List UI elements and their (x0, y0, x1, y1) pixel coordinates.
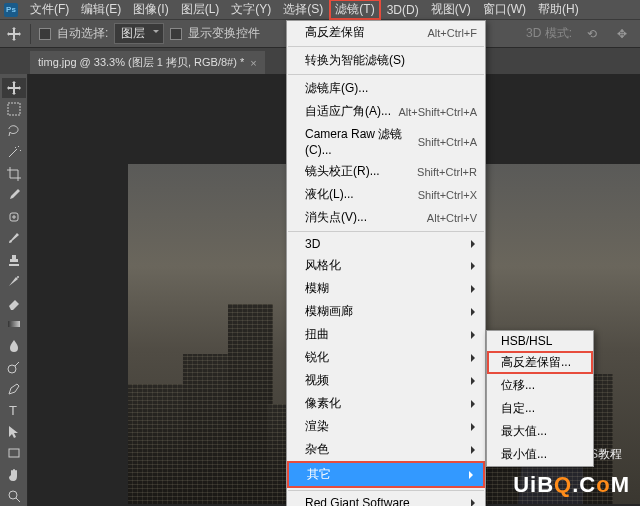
menu-blur[interactable]: 模糊 (287, 277, 485, 300)
svg-rect-3 (8, 321, 20, 327)
tool-type[interactable]: T (2, 401, 26, 421)
menu-type[interactable]: 文字(Y) (225, 0, 277, 20)
chevron-right-icon (471, 446, 479, 454)
separator (288, 46, 484, 47)
tool-eraser[interactable] (2, 293, 26, 313)
tool-shape[interactable] (2, 444, 26, 464)
menu-vanishing-point[interactable]: 消失点(V)...Alt+Ctrl+V (287, 206, 485, 229)
svg-rect-0 (8, 103, 20, 115)
tool-wand[interactable] (2, 143, 26, 163)
filter-dropdown-menu: 高反差保留 Alt+Ctrl+F 转换为智能滤镜(S) 滤镜库(G)... 自适… (286, 20, 486, 506)
tool-crop[interactable] (2, 164, 26, 184)
chevron-right-icon (471, 331, 479, 339)
menu-stylize[interactable]: 风格化 (287, 254, 485, 277)
chevron-right-icon (471, 377, 479, 385)
tool-gradient[interactable] (2, 315, 26, 335)
menu-window[interactable]: 窗口(W) (477, 0, 532, 20)
tool-marquee[interactable] (2, 100, 26, 120)
svg-point-2 (17, 276, 19, 278)
tool-blur[interactable] (2, 336, 26, 356)
menu-lens-correction[interactable]: 镜头校正(R)...Shift+Ctrl+R (287, 160, 485, 183)
separator (288, 231, 484, 232)
watermark-site: UiBQ.CoM (513, 472, 630, 498)
pan-3d-icon[interactable]: ✥ (612, 24, 632, 44)
tool-brush[interactable] (2, 229, 26, 249)
svg-text:T: T (9, 403, 17, 418)
chevron-right-icon (471, 285, 479, 293)
chevron-right-icon (469, 471, 477, 479)
menu-pixelate[interactable]: 像素化 (287, 392, 485, 415)
chevron-right-icon (471, 499, 479, 506)
menu-help[interactable]: 帮助(H) (532, 0, 585, 20)
menu-video[interactable]: 视频 (287, 369, 485, 392)
tool-eyedropper[interactable] (2, 186, 26, 206)
menu-3d[interactable]: 3D(D) (381, 1, 425, 19)
separator (288, 490, 484, 491)
submenu-maximum[interactable]: 最大值... (487, 420, 593, 443)
tool-panel: T (0, 74, 28, 506)
submenu-high-pass[interactable]: 高反差保留... (487, 351, 593, 374)
chevron-right-icon (471, 240, 479, 248)
submenu-hsb-hsl[interactable]: HSB/HSL (487, 331, 593, 351)
menu-other[interactable]: 其它 (287, 461, 485, 488)
auto-select-checkbox[interactable] (39, 28, 51, 40)
menu-3d-filters[interactable]: 3D (287, 234, 485, 254)
submenu-minimum[interactable]: 最小值... (487, 443, 593, 466)
tool-history-brush[interactable] (2, 272, 26, 292)
tool-pen[interactable] (2, 379, 26, 399)
separator (288, 74, 484, 75)
show-transform-label: 显示变换控件 (188, 25, 260, 42)
svg-rect-6 (9, 449, 19, 457)
app-logo: Ps (4, 3, 18, 17)
tool-dodge[interactable] (2, 358, 26, 378)
chevron-right-icon (471, 354, 479, 362)
tool-hand[interactable] (2, 465, 26, 485)
close-icon[interactable]: × (250, 57, 256, 69)
tool-zoom[interactable] (2, 487, 26, 507)
tool-path-select[interactable] (2, 422, 26, 442)
document-tab[interactable]: timg.jpg @ 33.3% (图层 1 拷贝, RGB/8#) * × (30, 51, 265, 74)
submenu-custom[interactable]: 自定... (487, 397, 593, 420)
menubar: Ps 文件(F) 编辑(E) 图像(I) 图层(L) 文字(Y) 选择(S) 滤… (0, 0, 640, 20)
chevron-right-icon (471, 262, 479, 270)
auto-select-label: 自动选择: (57, 25, 108, 42)
menu-edit[interactable]: 编辑(E) (75, 0, 127, 20)
menu-liquify[interactable]: 液化(L)...Shift+Ctrl+X (287, 183, 485, 206)
menu-sharpen[interactable]: 锐化 (287, 346, 485, 369)
menu-filter[interactable]: 滤镜(T) (329, 0, 380, 20)
tool-move[interactable] (2, 78, 26, 98)
svg-point-4 (8, 365, 16, 373)
layer-type-dropdown[interactable]: 图层 (114, 23, 164, 44)
menu-filter-gallery[interactable]: 滤镜库(G)... (287, 77, 485, 100)
menu-distort[interactable]: 扭曲 (287, 323, 485, 346)
svg-point-7 (9, 491, 17, 499)
menu-image[interactable]: 图像(I) (127, 0, 174, 20)
other-submenu: HSB/HSL 高反差保留... 位移... 自定... 最大值... 最小值.… (486, 330, 594, 467)
orbit-3d-icon[interactable]: ⟲ (582, 24, 602, 44)
toolbar-right: 3D 模式: ⟲ ✥ (526, 24, 640, 44)
menu-select[interactable]: 选择(S) (277, 0, 329, 20)
tab-title: timg.jpg @ 33.3% (图层 1 拷贝, RGB/8#) * (38, 55, 244, 70)
tool-lasso[interactable] (2, 121, 26, 141)
menu-file[interactable]: 文件(F) (24, 0, 75, 20)
move-tool-icon (6, 26, 22, 42)
menu-convert-smart[interactable]: 转换为智能滤镜(S) (287, 49, 485, 72)
menu-layer[interactable]: 图层(L) (175, 0, 226, 20)
menu-last-filter[interactable]: 高反差保留 Alt+Ctrl+F (287, 21, 485, 44)
separator (30, 24, 31, 44)
menu-camera-raw[interactable]: Camera Raw 滤镜(C)...Shift+Ctrl+A (287, 123, 485, 160)
menu-render[interactable]: 渲染 (287, 415, 485, 438)
mode-3d-label: 3D 模式: (526, 25, 572, 42)
submenu-offset[interactable]: 位移... (487, 374, 593, 397)
menu-blur-gallery[interactable]: 模糊画廊 (287, 300, 485, 323)
menu-view[interactable]: 视图(V) (425, 0, 477, 20)
menu-noise[interactable]: 杂色 (287, 438, 485, 461)
menu-red-giant[interactable]: Red Giant Software (287, 493, 485, 506)
chevron-right-icon (471, 308, 479, 316)
tool-heal[interactable] (2, 207, 26, 227)
menu-adaptive-wide[interactable]: 自适应广角(A)...Alt+Shift+Ctrl+A (287, 100, 485, 123)
show-transform-checkbox[interactable] (170, 28, 182, 40)
chevron-right-icon (471, 400, 479, 408)
tool-stamp[interactable] (2, 250, 26, 270)
chevron-right-icon (471, 423, 479, 431)
